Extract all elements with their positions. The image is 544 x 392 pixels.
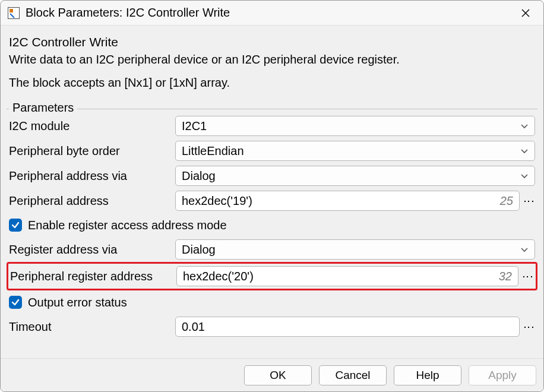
periph-addr-via-label: Peripheral address via	[9, 169, 175, 183]
reg-addr-eval: 32	[493, 270, 512, 283]
block-name: I2C Controller Write	[9, 35, 535, 49]
reg-addr-via-label: Register address via	[9, 243, 175, 257]
row-reg-addr-via: Register address via Dialog	[5, 237, 539, 262]
cancel-button[interactable]: Cancel	[319, 365, 387, 385]
dialog-window: Block Parameters: I2C Controller Write I…	[0, 0, 544, 392]
row-reg-addr-highlighted: Peripheral register address hex2dec('20'…	[7, 262, 537, 290]
vertical-ellipsis-icon: ⋮	[524, 322, 534, 331]
periph-addr-eval: 25	[494, 194, 513, 208]
checkmark-icon	[11, 298, 20, 307]
help-button-label: Help	[416, 369, 439, 382]
reg-addr-value: hex2dec('20')	[183, 270, 254, 283]
apply-button-label: Apply	[488, 369, 517, 382]
row-byte-order: Peripheral byte order LittleEndian	[5, 138, 539, 163]
help-button[interactable]: Help	[394, 365, 461, 385]
i2c-module-label: I2C module	[9, 119, 175, 133]
row-timeout: Timeout 0.01 ⋮	[5, 314, 539, 339]
chevron-down-icon	[520, 148, 529, 154]
chevron-down-icon	[520, 123, 529, 129]
dialog-body: I2C Controller Write Write data to an I2…	[1, 26, 543, 358]
reg-addr-via-select[interactable]: Dialog	[175, 239, 535, 260]
byte-order-value: LittleEndian	[182, 144, 244, 158]
reg-addr-input[interactable]: hex2dec('20') 32	[176, 266, 518, 286]
chevron-down-icon	[520, 246, 529, 252]
i2c-module-value: I2C1	[182, 119, 207, 133]
byte-order-select[interactable]: LittleEndian	[175, 141, 535, 161]
window-title: Block Parameters: I2C Controller Write	[26, 6, 515, 20]
reg-addr-label: Peripheral register address	[10, 270, 176, 283]
block-description: I2C Controller Write Write data to an I2…	[5, 33, 539, 102]
reg-addr-via-value: Dialog	[182, 243, 216, 257]
enable-register-mode-checkbox[interactable]	[9, 219, 22, 232]
periph-addr-more-button[interactable]: ⋮	[523, 191, 535, 211]
group-divider	[7, 109, 537, 109]
periph-addr-input[interactable]: hex2dec('19') 25	[175, 191, 520, 211]
row-periph-addr: Peripheral address hex2dec('19') 25 ⋮	[5, 188, 539, 213]
timeout-value: 0.01	[182, 320, 205, 334]
vertical-ellipsis-icon: ⋮	[523, 271, 533, 281]
apply-button[interactable]: Apply	[469, 365, 536, 385]
titlebar: Block Parameters: I2C Controller Write	[1, 1, 543, 26]
periph-addr-value: hex2dec('19')	[182, 194, 252, 208]
row-enable-register-mode: Enable register access address mode	[5, 213, 539, 237]
close-icon	[521, 8, 530, 18]
close-button[interactable]	[515, 4, 536, 22]
block-description-line2: The block accepts an [Nx1] or [1xN] arra…	[9, 76, 535, 90]
ok-button-label: OK	[270, 369, 286, 382]
reg-addr-more-button[interactable]: ⋮	[522, 266, 534, 286]
byte-order-label: Peripheral byte order	[9, 144, 175, 158]
output-error-status-checkbox[interactable]	[9, 296, 22, 309]
vertical-ellipsis-icon: ⋮	[524, 196, 534, 206]
row-periph-addr-via: Peripheral address via Dialog	[5, 163, 539, 188]
checkmark-icon	[11, 220, 20, 230]
ok-button[interactable]: OK	[244, 365, 312, 385]
i2c-module-select[interactable]: I2C1	[175, 116, 535, 136]
periph-addr-via-value: Dialog	[182, 169, 216, 183]
cancel-button-label: Cancel	[335, 369, 370, 382]
timeout-input[interactable]: 0.01	[175, 317, 520, 337]
parameters-group: Parameters I2C module I2C1 Peripheral by…	[5, 104, 539, 358]
app-icon	[8, 7, 20, 19]
row-i2c-module: I2C module I2C1	[5, 113, 539, 138]
parameters-group-label: Parameters	[9, 101, 77, 115]
dialog-button-bar: OK Cancel Help Apply	[1, 358, 543, 391]
enable-register-mode-label: Enable register access address mode	[28, 219, 227, 232]
block-description-line1: Write data to an I2C peripheral device o…	[9, 53, 535, 67]
output-error-status-label: Output error status	[28, 296, 127, 309]
periph-addr-label: Peripheral address	[9, 194, 175, 208]
timeout-more-button[interactable]: ⋮	[523, 317, 535, 337]
timeout-label: Timeout	[9, 320, 175, 334]
chevron-down-icon	[520, 173, 529, 179]
periph-addr-via-select[interactable]: Dialog	[175, 166, 535, 186]
row-output-error-status: Output error status	[5, 290, 539, 314]
